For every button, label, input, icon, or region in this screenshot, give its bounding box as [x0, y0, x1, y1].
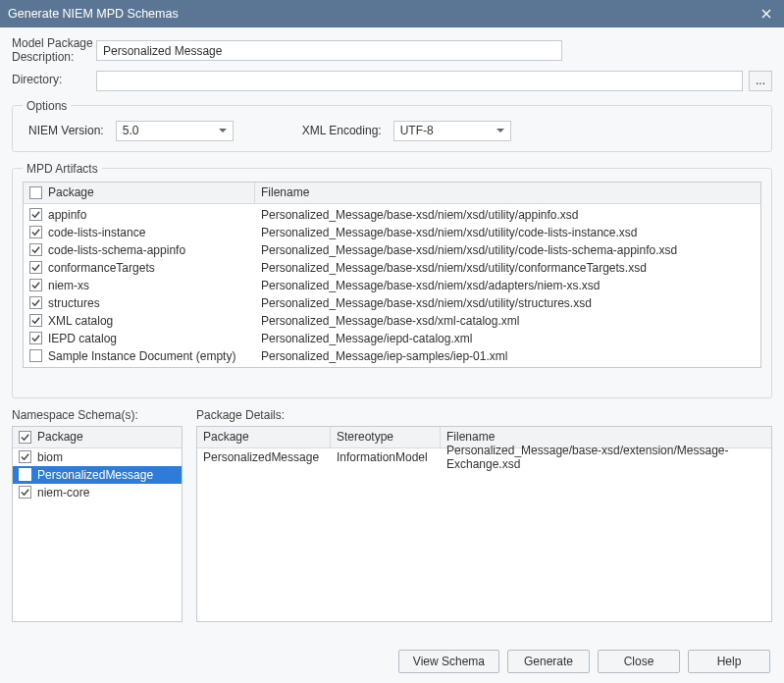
- xml-encoding-value: UTF-8: [400, 124, 434, 137]
- table-row[interactable]: conformanceTargetsPersonalized_Message/b…: [24, 259, 760, 277]
- artifacts-header-package: Package: [48, 185, 94, 199]
- artifact-filename: Personalized_Message/base-xsd/niem/xsd/u…: [261, 208, 579, 222]
- artifact-filename: Personalized_Message/base-xsd/niem/xsd/a…: [261, 279, 601, 292]
- table-row[interactable]: PersonalizedMessageInformationModelPerso…: [197, 448, 771, 466]
- artifact-filename: Personalized_Message/base-xsd/niem/xsd/u…: [261, 296, 592, 310]
- directory-label: Directory:: [12, 74, 96, 87]
- artifact-filename: Personalized_Message/base-xsd/xml-catalo…: [261, 314, 519, 328]
- titlebar: Generate NIEM MPD Schemas: [0, 0, 784, 27]
- namespace-package: niem-core: [37, 486, 89, 499]
- xml-encoding-label: XML Encoding:: [302, 124, 382, 137]
- row-checkbox[interactable]: [29, 243, 42, 256]
- details-header-package: Package: [203, 430, 249, 444]
- namespace-package: PersonalizedMessage: [37, 468, 153, 482]
- table-row[interactable]: Sample Instance Document (empty)Personal…: [24, 347, 760, 365]
- view-schema-button[interactable]: View Schema: [398, 650, 499, 673]
- row-checkbox[interactable]: [19, 486, 31, 499]
- artifact-package: XML catalog: [48, 314, 113, 328]
- list-item[interactable]: biom: [13, 448, 182, 466]
- options-legend: Options: [23, 99, 71, 113]
- row-checkbox[interactable]: [29, 279, 42, 291]
- row-checkbox[interactable]: [19, 450, 31, 463]
- namespace-grid: Package biomPersonalizedMessageniem-core: [12, 426, 183, 622]
- namespace-schemas-label: Namespace Schema(s):: [12, 408, 183, 422]
- browse-button[interactable]: ...: [749, 71, 772, 91]
- artifact-package: structures: [48, 296, 100, 310]
- table-row[interactable]: XML catalogPersonalized_Message/base-xsd…: [24, 312, 760, 330]
- artifacts-header-checkbox[interactable]: [29, 186, 42, 199]
- row-checkbox[interactable]: [29, 261, 42, 274]
- row-checkbox[interactable]: [29, 349, 42, 362]
- table-row[interactable]: niem-xsPersonalized_Message/base-xsd/nie…: [24, 277, 760, 294]
- table-row[interactable]: appinfoPersonalized_Message/base-xsd/nie…: [24, 206, 760, 224]
- help-button[interactable]: Help: [688, 650, 770, 673]
- chevron-down-icon: [497, 129, 504, 132]
- artifact-package: conformanceTargets: [48, 261, 155, 275]
- row-checkbox[interactable]: [19, 468, 31, 481]
- details-package: PersonalizedMessage: [203, 450, 319, 464]
- artifact-filename: Personalized_Message/base-xsd/niem/xsd/u…: [261, 243, 677, 257]
- table-row[interactable]: code-lists-instancePersonalized_Message/…: [24, 224, 760, 241]
- artifacts-header-filename: Filename: [261, 185, 309, 199]
- options-group: Options NIEM Version: 5.0 XML Encoding: …: [12, 99, 772, 152]
- details-header-filename: Filename: [446, 430, 495, 444]
- row-checkbox[interactable]: [29, 226, 42, 238]
- list-item[interactable]: PersonalizedMessage: [13, 466, 182, 484]
- niem-version-value: 5.0: [123, 124, 139, 137]
- niem-version-combo[interactable]: 5.0: [116, 121, 234, 141]
- namespace-header-checkbox[interactable]: [19, 431, 31, 444]
- details-header-stereotype: Stereotype: [337, 430, 393, 444]
- namespace-package: biom: [37, 450, 63, 464]
- details-grid: Package Stereotype Filename Personalized…: [196, 426, 772, 622]
- directory-input[interactable]: [96, 71, 743, 91]
- list-item[interactable]: niem-core: [13, 484, 182, 501]
- artifact-filename: Personalized_Message/base-xsd/niem/xsd/u…: [261, 226, 638, 239]
- artifacts-grid: Package Filename appinfoPersonalized_Mes…: [23, 182, 761, 368]
- model-package-description-label: Model Package Description:: [12, 37, 96, 65]
- row-checkbox[interactable]: [29, 332, 42, 344]
- row-checkbox[interactable]: [29, 208, 42, 221]
- artifact-filename: Personalized_Message/iep-samples/iep-01.…: [261, 349, 507, 363]
- table-row[interactable]: code-lists-schema-appinfoPersonalized_Me…: [24, 241, 760, 259]
- artifact-package: niem-xs: [48, 279, 89, 292]
- xml-encoding-combo[interactable]: UTF-8: [393, 121, 511, 141]
- close-button[interactable]: Close: [598, 650, 680, 673]
- artifact-filename: Personalized_Message/iepd-catalog.xml: [261, 332, 472, 345]
- mpd-artifacts-legend: MPD Artifacts: [23, 162, 102, 176]
- mpd-artifacts-group: MPD Artifacts Package Filename appinfoPe…: [12, 162, 772, 398]
- generate-button[interactable]: Generate: [507, 650, 590, 673]
- model-package-description-input[interactable]: [96, 40, 562, 61]
- details-stereotype: InformationModel: [337, 450, 428, 464]
- close-icon[interactable]: [757, 4, 776, 24]
- artifact-package: appinfo: [48, 208, 86, 222]
- table-row[interactable]: IEPD catalogPersonalized_Message/iepd-ca…: [24, 330, 760, 347]
- namespace-header-package: Package: [37, 430, 83, 444]
- package-details-label: Package Details:: [196, 408, 772, 422]
- window-title: Generate NIEM MPD Schemas: [8, 7, 179, 21]
- artifact-package: code-lists-instance: [48, 226, 145, 239]
- artifact-package: Sample Instance Document (empty): [48, 349, 235, 363]
- niem-version-label: NIEM Version:: [28, 124, 104, 137]
- row-checkbox[interactable]: [29, 296, 42, 309]
- artifact-filename: Personalized_Message/base-xsd/niem/xsd/u…: [261, 261, 647, 275]
- details-filename: Personalized_Message/base-xsd/extension/…: [446, 444, 729, 471]
- artifact-package: IEPD catalog: [48, 332, 117, 345]
- artifact-package: code-lists-schema-appinfo: [48, 243, 185, 257]
- chevron-down-icon: [219, 129, 227, 132]
- table-row[interactable]: structuresPersonalized_Message/base-xsd/…: [24, 294, 760, 312]
- row-checkbox[interactable]: [29, 314, 42, 327]
